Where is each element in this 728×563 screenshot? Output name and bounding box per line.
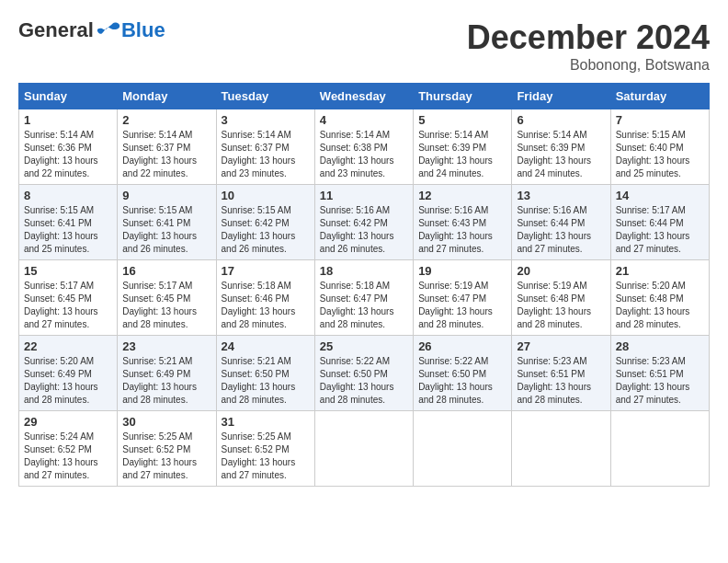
page-header: General Blue December 2024 Bobonong, Bot…: [18, 18, 710, 74]
day-number: 29: [24, 415, 112, 429]
day-info: Sunrise: 5:14 AMSunset: 6:38 PMDaylight:…: [320, 129, 408, 180]
day-number: 22: [24, 339, 112, 353]
title-block: December 2024 Bobonong, Botswana: [467, 18, 710, 74]
day-info: Sunrise: 5:14 AMSunset: 6:37 PMDaylight:…: [222, 129, 310, 180]
calendar-cell: 3Sunrise: 5:14 AMSunset: 6:37 PMDaylight…: [216, 109, 314, 185]
calendar-cell: 17Sunrise: 5:18 AMSunset: 6:46 PMDayligh…: [216, 260, 314, 336]
day-number: 7: [616, 113, 704, 127]
calendar-cell: 26Sunrise: 5:22 AMSunset: 6:50 PMDayligh…: [414, 336, 512, 411]
day-info: Sunrise: 5:17 AMSunset: 6:45 PMDaylight:…: [24, 280, 112, 331]
day-number: 18: [320, 264, 408, 278]
day-info: Sunrise: 5:23 AMSunset: 6:51 PMDaylight:…: [517, 355, 605, 407]
day-info: Sunrise: 5:22 AMSunset: 6:50 PMDaylight:…: [320, 355, 408, 407]
day-number: 25: [320, 339, 408, 353]
day-number: 31: [222, 415, 310, 429]
day-info: Sunrise: 5:18 AMSunset: 6:47 PMDaylight:…: [320, 280, 408, 331]
day-info: Sunrise: 5:25 AMSunset: 6:52 PMDaylight:…: [222, 431, 310, 482]
calendar-cell: 5Sunrise: 5:14 AMSunset: 6:39 PMDaylight…: [414, 109, 512, 185]
calendar-cell: 19Sunrise: 5:19 AMSunset: 6:47 PMDayligh…: [414, 260, 512, 336]
day-info: Sunrise: 5:14 AMSunset: 6:39 PMDaylight:…: [517, 129, 605, 180]
day-info: Sunrise: 5:15 AMSunset: 6:40 PMDaylight:…: [616, 129, 704, 180]
weekday-header: Wednesday: [314, 84, 413, 109]
day-number: 17: [222, 264, 310, 278]
day-number: 23: [122, 339, 210, 353]
day-info: Sunrise: 5:15 AMSunset: 6:41 PMDaylight:…: [122, 204, 210, 256]
calendar-cell: 13Sunrise: 5:16 AMSunset: 6:44 PMDayligh…: [512, 185, 610, 260]
calendar-cell: 24Sunrise: 5:21 AMSunset: 6:50 PMDayligh…: [216, 336, 314, 411]
calendar-cell: 25Sunrise: 5:22 AMSunset: 6:50 PMDayligh…: [314, 336, 413, 411]
calendar-cell: [414, 411, 512, 487]
calendar-cell: 4Sunrise: 5:14 AMSunset: 6:38 PMDaylight…: [314, 109, 413, 185]
day-info: Sunrise: 5:14 AMSunset: 6:36 PMDaylight:…: [24, 129, 112, 180]
weekday-header: Monday: [118, 84, 216, 109]
calendar-week-row: 22Sunrise: 5:20 AMSunset: 6:49 PMDayligh…: [19, 336, 710, 411]
day-info: Sunrise: 5:16 AMSunset: 6:42 PMDaylight:…: [320, 204, 408, 256]
day-number: 1: [24, 113, 112, 127]
logo-general: General: [18, 18, 94, 42]
day-info: Sunrise: 5:21 AMSunset: 6:49 PMDaylight:…: [122, 355, 210, 407]
day-info: Sunrise: 5:21 AMSunset: 6:50 PMDaylight:…: [222, 355, 310, 407]
day-number: 13: [517, 189, 605, 202]
logo-bird-icon: [96, 21, 121, 40]
day-number: 20: [517, 264, 605, 278]
calendar-cell: 16Sunrise: 5:17 AMSunset: 6:45 PMDayligh…: [118, 260, 216, 336]
day-number: 11: [320, 189, 408, 202]
day-number: 8: [24, 189, 112, 202]
weekday-header: Thursday: [414, 84, 512, 109]
day-number: 27: [517, 339, 605, 353]
calendar-cell: 12Sunrise: 5:16 AMSunset: 6:43 PMDayligh…: [414, 185, 512, 260]
calendar-cell: 31Sunrise: 5:25 AMSunset: 6:52 PMDayligh…: [216, 411, 314, 487]
calendar-cell: [610, 411, 709, 487]
day-info: Sunrise: 5:16 AMSunset: 6:43 PMDaylight:…: [418, 204, 506, 256]
logo-blue: Blue: [121, 18, 165, 42]
calendar-cell: [314, 411, 413, 487]
calendar-cell: 30Sunrise: 5:25 AMSunset: 6:52 PMDayligh…: [118, 411, 216, 487]
day-info: Sunrise: 5:23 AMSunset: 6:51 PMDaylight:…: [616, 355, 704, 407]
month-title: December 2024: [467, 18, 710, 57]
day-number: 26: [418, 339, 506, 353]
day-info: Sunrise: 5:24 AMSunset: 6:52 PMDaylight:…: [24, 431, 112, 482]
day-info: Sunrise: 5:14 AMSunset: 6:39 PMDaylight:…: [418, 129, 506, 180]
day-number: 24: [222, 339, 310, 353]
day-info: Sunrise: 5:20 AMSunset: 6:49 PMDaylight:…: [24, 355, 112, 407]
calendar-cell: 6Sunrise: 5:14 AMSunset: 6:39 PMDaylight…: [512, 109, 610, 185]
day-number: 14: [616, 189, 704, 202]
weekday-header: Friday: [512, 84, 610, 109]
calendar-week-row: 15Sunrise: 5:17 AMSunset: 6:45 PMDayligh…: [19, 260, 710, 336]
calendar-cell: 20Sunrise: 5:19 AMSunset: 6:48 PMDayligh…: [512, 260, 610, 336]
day-number: 5: [418, 113, 506, 127]
day-number: 30: [122, 415, 210, 429]
day-number: 2: [122, 113, 210, 127]
calendar-week-row: 8Sunrise: 5:15 AMSunset: 6:41 PMDaylight…: [19, 185, 710, 260]
weekday-header: Sunday: [19, 84, 118, 109]
day-info: Sunrise: 5:25 AMSunset: 6:52 PMDaylight:…: [122, 431, 210, 482]
logo: General Blue: [18, 18, 165, 42]
calendar-cell: 28Sunrise: 5:23 AMSunset: 6:51 PMDayligh…: [610, 336, 709, 411]
calendar-cell: 23Sunrise: 5:21 AMSunset: 6:49 PMDayligh…: [118, 336, 216, 411]
day-info: Sunrise: 5:19 AMSunset: 6:47 PMDaylight:…: [418, 280, 506, 331]
weekday-header: Tuesday: [216, 84, 314, 109]
day-number: 12: [418, 189, 506, 202]
day-number: 9: [122, 189, 210, 202]
day-info: Sunrise: 5:15 AMSunset: 6:42 PMDaylight:…: [222, 204, 310, 256]
day-info: Sunrise: 5:17 AMSunset: 6:45 PMDaylight:…: [122, 280, 210, 331]
calendar-cell: 8Sunrise: 5:15 AMSunset: 6:41 PMDaylight…: [19, 185, 118, 260]
header-row: SundayMondayTuesdayWednesdayThursdayFrid…: [19, 84, 710, 109]
calendar-cell: 2Sunrise: 5:14 AMSunset: 6:37 PMDaylight…: [118, 109, 216, 185]
day-number: 6: [517, 113, 605, 127]
calendar-cell: 21Sunrise: 5:20 AMSunset: 6:48 PMDayligh…: [610, 260, 709, 336]
calendar-cell: 9Sunrise: 5:15 AMSunset: 6:41 PMDaylight…: [118, 185, 216, 260]
day-number: 10: [222, 189, 310, 202]
day-number: 3: [222, 113, 310, 127]
day-number: 19: [418, 264, 506, 278]
calendar-cell: 29Sunrise: 5:24 AMSunset: 6:52 PMDayligh…: [19, 411, 118, 487]
calendar-cell: 27Sunrise: 5:23 AMSunset: 6:51 PMDayligh…: [512, 336, 610, 411]
calendar-cell: [512, 411, 610, 487]
day-info: Sunrise: 5:17 AMSunset: 6:44 PMDaylight:…: [616, 204, 704, 256]
calendar-table: SundayMondayTuesdayWednesdayThursdayFrid…: [18, 83, 710, 487]
day-number: 28: [616, 339, 704, 353]
calendar-week-row: 1Sunrise: 5:14 AMSunset: 6:36 PMDaylight…: [19, 109, 710, 185]
day-number: 16: [122, 264, 210, 278]
calendar-week-row: 29Sunrise: 5:24 AMSunset: 6:52 PMDayligh…: [19, 411, 710, 487]
day-info: Sunrise: 5:16 AMSunset: 6:44 PMDaylight:…: [517, 204, 605, 256]
